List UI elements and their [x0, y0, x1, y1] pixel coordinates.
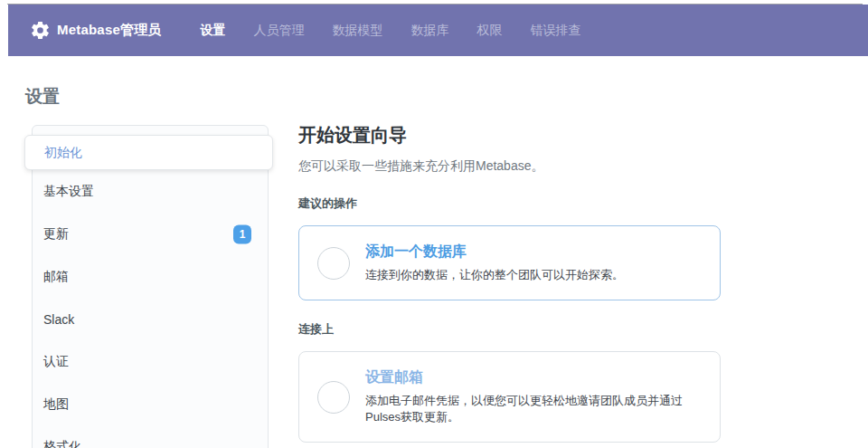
sidebar-item-label: 格式化 — [43, 439, 81, 448]
sidebar-item-authentication[interactable]: 认证 — [33, 340, 268, 383]
task-card-add-database[interactable]: 添加一个数据库 连接到你的数据，让你的整个团队可以开始探索。 — [298, 225, 721, 300]
nav-tab-data-model[interactable]: 数据模型 — [333, 23, 383, 39]
sidebar-item-email[interactable]: 邮箱 — [33, 255, 268, 298]
task-card-body: 添加一个数据库 连接到你的数据，让你的整个团队可以开始探索。 — [365, 243, 624, 283]
settings-sidebar: 初始化 基本设置 更新 1 邮箱 Slack 认证 地图 格式化 — [32, 125, 269, 448]
brand-label: Metabase管理员 — [57, 22, 162, 39]
task-title[interactable]: 添加一个数据库 — [365, 243, 624, 262]
empty-circle-icon — [317, 247, 350, 280]
sidebar-item-maps[interactable]: 地图 — [33, 383, 268, 425]
empty-circle-icon — [317, 381, 350, 414]
setup-heading: 开始设置向导 — [298, 123, 721, 148]
sidebar-item-label: 地图 — [43, 396, 69, 413]
sidebar-item-updates[interactable]: 更新 1 — [33, 213, 268, 255]
nav-tab-settings[interactable]: 设置 — [201, 23, 226, 39]
sidebar-item-label: 初始化 — [44, 145, 82, 161]
gear-icon — [30, 20, 51, 41]
admin-nav: 设置 人员管理 数据模型 数据库 权限 错误排查 — [201, 23, 609, 39]
sidebar-item-label: 基本设置 — [43, 184, 94, 200]
setup-subheading: 您可以采取一些措施来充分利用Metabase。 — [298, 158, 721, 175]
task-description: 添加电子邮件凭据，以便您可以更轻松地邀请团队成员并通过Pulses获取更新。 — [365, 393, 702, 425]
sidebar-item-label: 认证 — [43, 354, 69, 370]
sidebar-item-label: 更新 — [43, 226, 69, 243]
sidebar-item-formatting[interactable]: 格式化 — [33, 425, 268, 448]
nav-tab-troubleshooting[interactable]: 错误排查 — [531, 23, 581, 39]
task-description: 连接到你的数据，让你的整个团队可以开始探索。 — [365, 267, 624, 283]
metabase-admin-brand[interactable]: Metabase管理员 — [30, 20, 162, 41]
sidebar-item-label: 邮箱 — [43, 269, 69, 285]
task-card-body: 设置邮箱 添加电子邮件凭据，以便您可以更轻松地邀请团队成员并通过Pulses获取… — [365, 368, 702, 425]
admin-header-bar: Metabase管理员 设置 人员管理 数据模型 数据库 权限 错误排查 — [8, 5, 868, 56]
sidebar-item-general[interactable]: 基本设置 — [33, 170, 268, 213]
setup-checklist-panel: 开始设置向导 您可以采取一些措施来充分利用Metabase。 建议的操作 添加一… — [298, 123, 721, 443]
page-title: 设置 — [25, 85, 60, 109]
nav-tab-people[interactable]: 人员管理 — [254, 23, 305, 39]
section-label-recommended: 建议的操作 — [298, 195, 721, 212]
nav-tab-databases[interactable]: 数据库 — [411, 23, 449, 39]
section-label-connect: 连接上 — [298, 321, 721, 338]
sidebar-item-label: Slack — [43, 312, 74, 327]
task-title[interactable]: 设置邮箱 — [365, 368, 702, 387]
nav-tab-permissions[interactable]: 权限 — [477, 23, 503, 39]
sidebar-item-slack[interactable]: Slack — [33, 298, 268, 340]
sidebar-item-setup[interactable]: 初始化 — [24, 135, 273, 170]
task-card-setup-email[interactable]: 设置邮箱 添加电子邮件凭据，以便您可以更轻松地邀请团队成员并通过Pulses获取… — [298, 351, 721, 443]
updates-count-badge: 1 — [233, 224, 251, 243]
